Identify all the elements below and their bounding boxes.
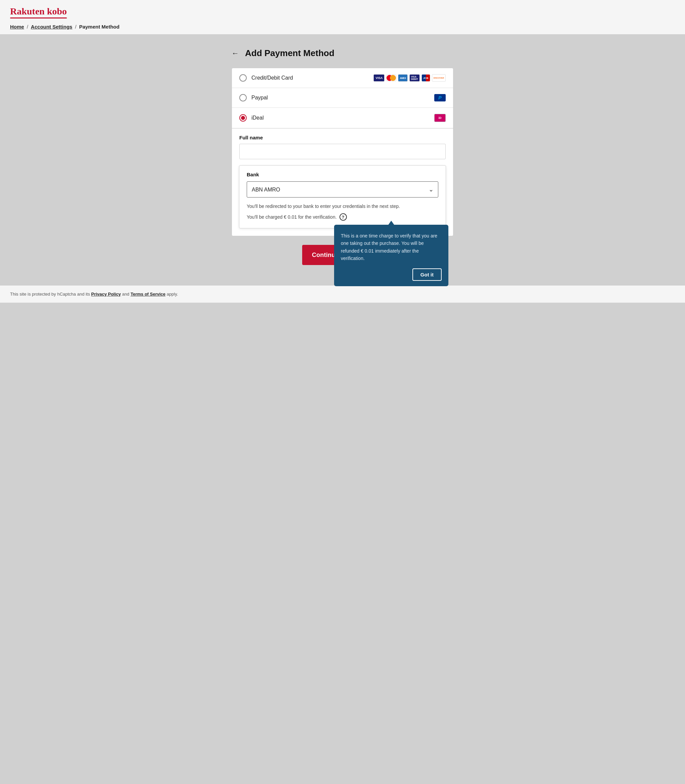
bank-label: Bank (247, 172, 438, 177)
breadcrumb: Home / Account Settings / Payment Method (10, 24, 675, 29)
breadcrumb-current: Payment Method (79, 24, 119, 29)
tooltip-text: This is a one time charge to verify that… (341, 232, 442, 262)
breadcrumb-sep-2: / (75, 24, 76, 29)
visa-icon: VISA (373, 74, 385, 82)
discover-icon: DISCOVER (432, 74, 446, 82)
visa-debit-icon: VISADEBIT (409, 74, 420, 82)
full-name-input[interactable] (239, 144, 446, 159)
breadcrumb-account-settings[interactable]: Account Settings (31, 24, 72, 29)
credit-card-logos: VISA AMEX VISADEBIT JCB DISCOVER (373, 74, 446, 82)
footer-text-middle: and (122, 292, 130, 296)
ideal-icon: iD (434, 114, 446, 122)
paypal-option-label: Paypal (252, 95, 268, 101)
tooltip-arrow (388, 221, 394, 225)
amex-icon: AMEX (398, 74, 407, 82)
footer: This site is protected by hCaptcha and i… (0, 285, 685, 303)
charge-info-row: You'll be charged € 0.01 for the verific… (247, 213, 438, 221)
paypal-icon: P (434, 94, 446, 102)
radio-paypal[interactable] (239, 94, 247, 102)
full-name-label: Full name (239, 135, 446, 140)
terms-of-service-link[interactable]: Terms of Service (130, 292, 166, 296)
credit-option-label: Credit/Debit Card (252, 75, 293, 81)
bank-select-wrapper: ABN AMRO ING Rabobank SNS Bank ASN Bank … (247, 181, 438, 198)
question-icon[interactable]: ? (339, 213, 347, 221)
got-it-button[interactable]: Got it (412, 268, 442, 281)
footer-text-after: apply. (167, 292, 178, 296)
radio-credit[interactable] (239, 74, 247, 82)
page-title: Add Payment Method (245, 48, 334, 58)
option-left-paypal: Paypal (239, 94, 268, 102)
logo-text: Rakuten kobo (10, 6, 67, 17)
option-left-credit: Credit/Debit Card (239, 74, 293, 82)
logo: Rakuten kobo (10, 6, 675, 18)
privacy-policy-link[interactable]: Privacy Policy (91, 292, 121, 296)
header: Rakuten kobo Home / Account Settings / P… (0, 0, 685, 35)
page-content: ← Add Payment Method Credit/Debit Card V… (225, 35, 460, 285)
radio-ideal-inner (241, 116, 245, 120)
tooltip-popup: This is a one time charge to verify that… (334, 225, 448, 286)
logo-underline (10, 18, 67, 18)
mastercard-icon (386, 75, 396, 81)
redirect-info-text: You'll be redirected to your bank to ent… (247, 203, 438, 210)
charge-info-text: You'll be charged € 0.01 for the verific… (247, 214, 337, 220)
breadcrumb-home[interactable]: Home (10, 24, 24, 29)
payment-option-paypal[interactable]: Paypal P (232, 88, 453, 108)
bank-select[interactable]: ABN AMRO ING Rabobank SNS Bank ASN Bank … (247, 181, 438, 198)
payment-option-ideal[interactable]: iDeal iD (232, 108, 453, 128)
page-title-row: ← Add Payment Method (232, 48, 453, 58)
payment-option-credit[interactable]: Credit/Debit Card VISA AMEX VISADEBIT JC… (232, 68, 453, 88)
payment-card: Credit/Debit Card VISA AMEX VISADEBIT JC… (232, 68, 453, 236)
ideal-form-section: Full name Bank ABN AMRO ING Rabobank SNS… (232, 128, 453, 236)
bank-popup-area: Bank ABN AMRO ING Rabobank SNS Bank ASN … (239, 165, 446, 228)
breadcrumb-sep-1: / (27, 24, 28, 29)
back-arrow-button[interactable]: ← (232, 49, 239, 58)
jcb-icon: JCB (422, 74, 430, 82)
ideal-option-label: iDeal (252, 115, 263, 121)
radio-ideal[interactable] (239, 114, 247, 121)
option-left-ideal: iDeal (239, 114, 263, 121)
footer-text-before: This site is protected by hCaptcha and i… (10, 292, 91, 296)
